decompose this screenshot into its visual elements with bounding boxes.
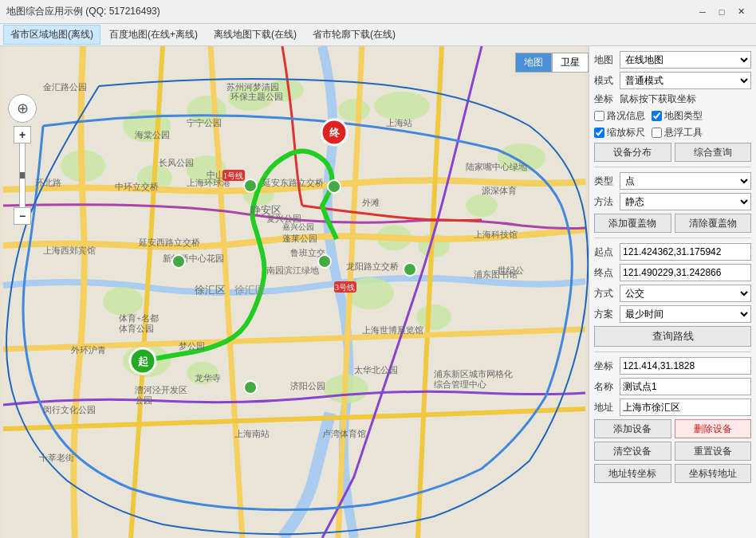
query-route-button[interactable]: 查询路线	[594, 326, 751, 347]
zoom-scale-checkbox-label[interactable]: 缩放标尺	[594, 126, 645, 139]
start-point-row: 起点	[594, 243, 751, 261]
svg-text:环北路: 环北路	[35, 178, 61, 187]
address-input-row: 地址	[594, 399, 751, 416]
svg-text:上海世博展览馆: 上海世博展览馆	[362, 325, 423, 335]
coord-to-addr-button[interactable]: 坐标转地址	[675, 464, 752, 483]
svg-text:世纪公: 世纪公	[498, 265, 524, 275]
way-select[interactable]: 公交 驾车 步行 骑行	[620, 285, 751, 302]
add-device-button[interactable]: 添加设备	[594, 419, 671, 438]
svg-point-10	[374, 92, 430, 120]
method-label: 方法	[594, 195, 616, 209]
road-info-checkbox[interactable]	[594, 111, 604, 121]
svg-text:上海南站: 上海南站	[234, 429, 270, 438]
zoom-slider[interactable]	[19, 143, 26, 207]
svg-text:外环沪青: 外环沪青	[71, 345, 106, 355]
name-input[interactable]	[620, 378, 751, 395]
float-tool-checkbox[interactable]	[652, 128, 662, 138]
close-button[interactable]: ✕	[732, 3, 750, 21]
window-controls: ─ □ ✕	[694, 3, 750, 21]
map-type-satellite-button[interactable]: 卫星	[552, 53, 589, 73]
svg-text:苏州河梦清园: 苏州河梦清园	[226, 82, 279, 92]
start-input[interactable]	[620, 243, 751, 261]
svg-text:环保主题公园: 环保主题公园	[230, 92, 283, 101]
svg-text:陆家嘴中心绿地: 陆家嘴中心绿地	[466, 162, 527, 171]
float-tool-checkbox-label[interactable]: 悬浮工具	[652, 126, 703, 139]
divider-1	[594, 167, 751, 167]
device-dist-button[interactable]: 设备分布	[594, 143, 671, 162]
map-type-checkbox-label[interactable]: 地图类型	[652, 109, 703, 123]
add-delete-device-row: 添加设备 删除设备	[594, 419, 751, 438]
svg-text:海棠公园: 海棠公园	[135, 130, 170, 139]
type-select[interactable]: 点 线 面	[620, 172, 751, 190]
clear-device-button[interactable]: 清空设备	[594, 442, 671, 461]
svg-text:综合管理中心: 综合管理中心	[434, 379, 486, 389]
menu-item-offline-map[interactable]: 省市区域地图(离线)	[3, 25, 100, 45]
window-title: 地图综合应用示例 (QQ: 517216493)	[6, 5, 160, 18]
svg-text:终: 终	[329, 127, 341, 139]
svg-text:徐汇区: 徐汇区	[195, 284, 226, 296]
map-area[interactable]: 静安区 徐汇区 外滩 浦东图书馆 上海西郊宾馆 环北路 体育+名都 体育公园 外…	[0, 46, 589, 538]
end-input[interactable]	[620, 264, 751, 281]
map-type-map-button[interactable]: 地图	[515, 53, 552, 73]
end-point-row: 终点	[594, 264, 751, 281]
svg-text:济阳公园: 济阳公园	[290, 381, 325, 391]
menu-item-baidu-map[interactable]: 百度地图(在线+离线)	[102, 25, 205, 45]
road-info-label: 路况信息	[607, 109, 645, 123]
svg-text:外滩: 外滩	[362, 198, 380, 207]
svg-text:上海科技馆: 上海科技馆	[474, 230, 518, 239]
clear-cover-button[interactable]: 清除覆盖物	[675, 214, 752, 233]
svg-text:公园: 公园	[135, 395, 152, 405]
maximize-button[interactable]: □	[713, 3, 730, 21]
map-zoom-controls: ⊕ + −	[8, 94, 37, 225]
minimize-button[interactable]: ─	[694, 3, 711, 21]
road-info-checkbox-label[interactable]: 路况信息	[594, 109, 645, 123]
method-select[interactable]: 静态 动态	[620, 193, 751, 210]
compass-button[interactable]: ⊕	[8, 94, 37, 123]
svg-text:中环立交桥: 中环立交桥	[115, 182, 159, 191]
checkbox-row-1: 路况信息 地图类型	[594, 109, 751, 123]
svg-point-77	[318, 255, 331, 268]
map-type-label: 地图类型	[664, 109, 703, 123]
address-input[interactable]	[620, 399, 751, 416]
address-label: 地址	[594, 401, 616, 414]
map-selector-row: 地图 在线地图	[594, 51, 751, 69]
addr-to-coord-button[interactable]: 地址转坐标	[594, 464, 671, 483]
zoom-scale-label: 缩放标尺	[607, 126, 645, 139]
zoom-thumb[interactable]	[20, 172, 25, 179]
reset-device-button[interactable]: 重置设备	[675, 442, 752, 461]
svg-point-80	[328, 180, 341, 193]
type-selector-row: 类型 点 线 面	[594, 172, 751, 190]
svg-point-78	[404, 263, 416, 276]
svg-text:南园滨江绿地: 南园滨江绿地	[266, 265, 319, 275]
map-svg: 静安区 徐汇区 外滩 浦东图书馆 上海西郊宾馆 环北路 体育+名都 体育公园 外…	[0, 46, 589, 538]
svg-text:体育+名都: 体育+名都	[119, 313, 159, 323]
map-select[interactable]: 在线地图	[620, 51, 751, 69]
zoom-in-button[interactable]: +	[14, 126, 31, 143]
svg-text:浦东新区城市网格化: 浦东新区城市网格化	[434, 369, 513, 379]
divider-2	[594, 238, 751, 238]
compound-query-button[interactable]: 综合查询	[675, 143, 752, 162]
zoom-out-button[interactable]: −	[14, 207, 31, 225]
coord-input[interactable]	[620, 357, 751, 375]
zoom-scale-checkbox[interactable]	[594, 128, 604, 138]
menu-item-download-map[interactable]: 离线地图下载(在线)	[207, 25, 304, 45]
menu-item-province-outline[interactable]: 省市轮廓下载(在线)	[305, 25, 403, 45]
plan-select[interactable]: 最少时间 最少换乘 最少步行	[620, 305, 751, 323]
svg-text:1号线: 1号线	[223, 171, 243, 180]
svg-text:体育公园: 体育公园	[119, 324, 154, 333]
mode-select[interactable]: 普通模式	[620, 72, 751, 89]
coord-input-label: 坐标	[594, 359, 616, 373]
addr-coord-row: 地址转坐标 坐标转地址	[594, 464, 751, 483]
svg-text:嘉兴公园: 嘉兴公园	[282, 222, 314, 231]
svg-text:梦公园: 梦公园	[179, 341, 205, 351]
svg-text:延安西路立交桥: 延安西路立交桥	[138, 238, 200, 247]
map-label: 地图	[594, 53, 616, 67]
plan-label: 方案	[594, 308, 616, 321]
name-input-row: 名称	[594, 378, 751, 395]
map-type-checkbox[interactable]	[652, 111, 662, 121]
delete-device-button[interactable]: 删除设备	[675, 419, 752, 438]
add-cover-button[interactable]: 添加覆盖物	[594, 214, 671, 233]
end-label: 终点	[594, 266, 616, 280]
float-tool-label: 悬浮工具	[664, 126, 703, 139]
svg-point-76	[244, 179, 257, 192]
